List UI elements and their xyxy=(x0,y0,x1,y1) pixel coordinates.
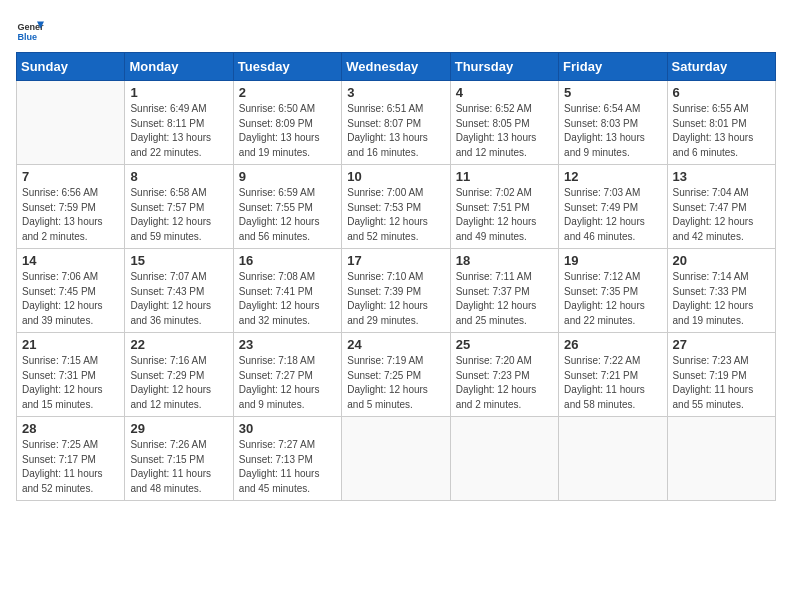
day-cell: 29Sunrise: 7:26 AMSunset: 7:15 PMDayligh… xyxy=(125,417,233,501)
day-number: 6 xyxy=(673,85,770,100)
day-cell xyxy=(450,417,558,501)
header: General Blue xyxy=(16,16,776,44)
day-info: Sunrise: 6:51 AMSunset: 8:07 PMDaylight:… xyxy=(347,102,444,160)
day-cell: 20Sunrise: 7:14 AMSunset: 7:33 PMDayligh… xyxy=(667,249,775,333)
day-info: Sunrise: 7:00 AMSunset: 7:53 PMDaylight:… xyxy=(347,186,444,244)
day-cell: 12Sunrise: 7:03 AMSunset: 7:49 PMDayligh… xyxy=(559,165,667,249)
week-row-4: 28Sunrise: 7:25 AMSunset: 7:17 PMDayligh… xyxy=(17,417,776,501)
day-info: Sunrise: 7:12 AMSunset: 7:35 PMDaylight:… xyxy=(564,270,661,328)
day-number: 11 xyxy=(456,169,553,184)
day-info: Sunrise: 7:23 AMSunset: 7:19 PMDaylight:… xyxy=(673,354,770,412)
day-info: Sunrise: 6:59 AMSunset: 7:55 PMDaylight:… xyxy=(239,186,336,244)
day-info: Sunrise: 6:54 AMSunset: 8:03 PMDaylight:… xyxy=(564,102,661,160)
day-cell: 25Sunrise: 7:20 AMSunset: 7:23 PMDayligh… xyxy=(450,333,558,417)
week-row-0: 1Sunrise: 6:49 AMSunset: 8:11 PMDaylight… xyxy=(17,81,776,165)
weekday-friday: Friday xyxy=(559,53,667,81)
day-info: Sunrise: 7:19 AMSunset: 7:25 PMDaylight:… xyxy=(347,354,444,412)
weekday-sunday: Sunday xyxy=(17,53,125,81)
day-number: 21 xyxy=(22,337,119,352)
weekday-monday: Monday xyxy=(125,53,233,81)
day-cell: 26Sunrise: 7:22 AMSunset: 7:21 PMDayligh… xyxy=(559,333,667,417)
day-info: Sunrise: 6:55 AMSunset: 8:01 PMDaylight:… xyxy=(673,102,770,160)
day-number: 19 xyxy=(564,253,661,268)
day-info: Sunrise: 6:58 AMSunset: 7:57 PMDaylight:… xyxy=(130,186,227,244)
week-row-2: 14Sunrise: 7:06 AMSunset: 7:45 PMDayligh… xyxy=(17,249,776,333)
day-number: 9 xyxy=(239,169,336,184)
day-number: 18 xyxy=(456,253,553,268)
day-cell: 2Sunrise: 6:50 AMSunset: 8:09 PMDaylight… xyxy=(233,81,341,165)
day-cell: 18Sunrise: 7:11 AMSunset: 7:37 PMDayligh… xyxy=(450,249,558,333)
day-number: 8 xyxy=(130,169,227,184)
day-cell: 30Sunrise: 7:27 AMSunset: 7:13 PMDayligh… xyxy=(233,417,341,501)
day-number: 23 xyxy=(239,337,336,352)
day-cell: 27Sunrise: 7:23 AMSunset: 7:19 PMDayligh… xyxy=(667,333,775,417)
day-cell: 16Sunrise: 7:08 AMSunset: 7:41 PMDayligh… xyxy=(233,249,341,333)
day-info: Sunrise: 7:07 AMSunset: 7:43 PMDaylight:… xyxy=(130,270,227,328)
day-info: Sunrise: 7:18 AMSunset: 7:27 PMDaylight:… xyxy=(239,354,336,412)
week-row-1: 7Sunrise: 6:56 AMSunset: 7:59 PMDaylight… xyxy=(17,165,776,249)
day-cell: 19Sunrise: 7:12 AMSunset: 7:35 PMDayligh… xyxy=(559,249,667,333)
day-cell: 17Sunrise: 7:10 AMSunset: 7:39 PMDayligh… xyxy=(342,249,450,333)
day-info: Sunrise: 7:26 AMSunset: 7:15 PMDaylight:… xyxy=(130,438,227,496)
day-number: 10 xyxy=(347,169,444,184)
day-info: Sunrise: 7:22 AMSunset: 7:21 PMDaylight:… xyxy=(564,354,661,412)
day-cell: 6Sunrise: 6:55 AMSunset: 8:01 PMDaylight… xyxy=(667,81,775,165)
calendar-body: 1Sunrise: 6:49 AMSunset: 8:11 PMDaylight… xyxy=(17,81,776,501)
day-number: 30 xyxy=(239,421,336,436)
day-info: Sunrise: 6:49 AMSunset: 8:11 PMDaylight:… xyxy=(130,102,227,160)
day-cell: 5Sunrise: 6:54 AMSunset: 8:03 PMDaylight… xyxy=(559,81,667,165)
weekday-header-row: SundayMondayTuesdayWednesdayThursdayFrid… xyxy=(17,53,776,81)
day-cell: 14Sunrise: 7:06 AMSunset: 7:45 PMDayligh… xyxy=(17,249,125,333)
day-number: 13 xyxy=(673,169,770,184)
logo-icon: General Blue xyxy=(16,16,44,44)
day-info: Sunrise: 7:15 AMSunset: 7:31 PMDaylight:… xyxy=(22,354,119,412)
weekday-tuesday: Tuesday xyxy=(233,53,341,81)
day-cell xyxy=(559,417,667,501)
day-number: 3 xyxy=(347,85,444,100)
day-cell: 4Sunrise: 6:52 AMSunset: 8:05 PMDaylight… xyxy=(450,81,558,165)
day-info: Sunrise: 7:11 AMSunset: 7:37 PMDaylight:… xyxy=(456,270,553,328)
day-number: 5 xyxy=(564,85,661,100)
day-number: 7 xyxy=(22,169,119,184)
day-info: Sunrise: 6:56 AMSunset: 7:59 PMDaylight:… xyxy=(22,186,119,244)
day-number: 12 xyxy=(564,169,661,184)
day-number: 27 xyxy=(673,337,770,352)
day-info: Sunrise: 7:25 AMSunset: 7:17 PMDaylight:… xyxy=(22,438,119,496)
calendar: SundayMondayTuesdayWednesdayThursdayFrid… xyxy=(16,52,776,501)
day-cell: 21Sunrise: 7:15 AMSunset: 7:31 PMDayligh… xyxy=(17,333,125,417)
day-info: Sunrise: 6:52 AMSunset: 8:05 PMDaylight:… xyxy=(456,102,553,160)
day-number: 1 xyxy=(130,85,227,100)
day-cell: 15Sunrise: 7:07 AMSunset: 7:43 PMDayligh… xyxy=(125,249,233,333)
day-cell: 1Sunrise: 6:49 AMSunset: 8:11 PMDaylight… xyxy=(125,81,233,165)
day-number: 24 xyxy=(347,337,444,352)
day-number: 20 xyxy=(673,253,770,268)
day-cell: 13Sunrise: 7:04 AMSunset: 7:47 PMDayligh… xyxy=(667,165,775,249)
day-cell: 9Sunrise: 6:59 AMSunset: 7:55 PMDaylight… xyxy=(233,165,341,249)
svg-text:Blue: Blue xyxy=(17,32,37,42)
day-number: 25 xyxy=(456,337,553,352)
week-row-3: 21Sunrise: 7:15 AMSunset: 7:31 PMDayligh… xyxy=(17,333,776,417)
day-info: Sunrise: 7:20 AMSunset: 7:23 PMDaylight:… xyxy=(456,354,553,412)
day-number: 4 xyxy=(456,85,553,100)
day-cell: 23Sunrise: 7:18 AMSunset: 7:27 PMDayligh… xyxy=(233,333,341,417)
day-number: 16 xyxy=(239,253,336,268)
day-number: 17 xyxy=(347,253,444,268)
day-info: Sunrise: 7:03 AMSunset: 7:49 PMDaylight:… xyxy=(564,186,661,244)
day-info: Sunrise: 7:16 AMSunset: 7:29 PMDaylight:… xyxy=(130,354,227,412)
day-number: 2 xyxy=(239,85,336,100)
day-cell: 11Sunrise: 7:02 AMSunset: 7:51 PMDayligh… xyxy=(450,165,558,249)
day-cell: 24Sunrise: 7:19 AMSunset: 7:25 PMDayligh… xyxy=(342,333,450,417)
day-cell: 28Sunrise: 7:25 AMSunset: 7:17 PMDayligh… xyxy=(17,417,125,501)
day-cell: 3Sunrise: 6:51 AMSunset: 8:07 PMDaylight… xyxy=(342,81,450,165)
day-cell: 22Sunrise: 7:16 AMSunset: 7:29 PMDayligh… xyxy=(125,333,233,417)
weekday-wednesday: Wednesday xyxy=(342,53,450,81)
day-number: 22 xyxy=(130,337,227,352)
day-cell: 7Sunrise: 6:56 AMSunset: 7:59 PMDaylight… xyxy=(17,165,125,249)
day-info: Sunrise: 7:06 AMSunset: 7:45 PMDaylight:… xyxy=(22,270,119,328)
day-info: Sunrise: 7:10 AMSunset: 7:39 PMDaylight:… xyxy=(347,270,444,328)
weekday-thursday: Thursday xyxy=(450,53,558,81)
day-number: 15 xyxy=(130,253,227,268)
day-number: 26 xyxy=(564,337,661,352)
day-info: Sunrise: 6:50 AMSunset: 8:09 PMDaylight:… xyxy=(239,102,336,160)
day-cell xyxy=(342,417,450,501)
